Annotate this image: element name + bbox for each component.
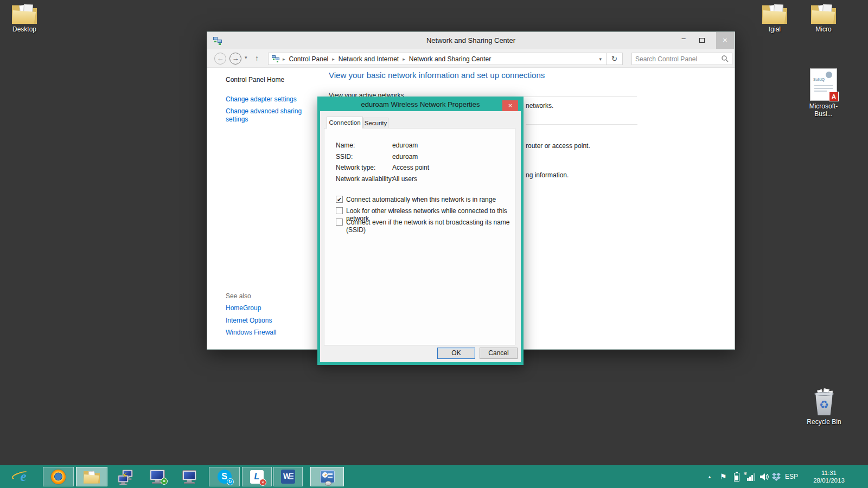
see-also-header: See also — [226, 292, 251, 300]
tab-security[interactable]: Security — [363, 118, 388, 129]
breadcrumb-network-sharing-center[interactable]: Network and Sharing Center — [409, 55, 491, 63]
taskbar-putty-icon[interactable]: ⚡ — [114, 467, 138, 486]
sidebar-item-change-adapter-settings[interactable]: Change adapter settings — [226, 95, 297, 103]
content-fragment: router or access point. — [526, 142, 590, 150]
taskbar-control-panel-icon[interactable] — [310, 467, 344, 486]
sidebar-item-internet-options[interactable]: Internet Options — [226, 317, 272, 324]
recycle-bin-icon: ♻ — [812, 388, 836, 416]
tray-show-hidden-icons[interactable]: ▴ — [704, 465, 715, 488]
network-availability-label: Network availability: — [336, 175, 393, 183]
adobe-pdf-badge-icon: A — [829, 92, 839, 101]
folder-icon — [762, 3, 787, 24]
breadcrumb-control-panel[interactable]: Control Panel — [289, 55, 329, 63]
search-box — [631, 53, 732, 65]
connection-tab-page: Name: eduroam SSID: eduroam Network type… — [324, 128, 515, 345]
taskbar-firefox-icon[interactable] — [43, 467, 74, 486]
window-title: Network and Sharing Center — [207, 36, 735, 44]
desktop-icon-label: Recycle Bin — [803, 418, 845, 426]
sidebar-item-change-advanced-sharing[interactable]: Change advanced sharing settings — [226, 107, 305, 124]
taskbar: e ⚡ » S↻ L× W ▴ ⚑ ✻ — [0, 465, 868, 488]
breadcrumb-separator-icon: ▸ — [332, 56, 335, 62]
network-type-value: Access point — [392, 164, 429, 171]
window-titlebar[interactable]: Network and Sharing Center – × — [207, 32, 735, 49]
checkbox-look-for-other-networks[interactable] — [336, 207, 343, 214]
section-divider — [526, 124, 637, 125]
taskbar-skype-icon[interactable]: S↻ — [209, 467, 240, 486]
tray-time: 11:31 — [803, 469, 855, 477]
sidebar-item-windows-firewall[interactable]: Windows Firewall — [226, 329, 276, 336]
eduroam-properties-dialog: eduroam Wireless Network Properties × Co… — [317, 97, 524, 365]
search-icon — [722, 55, 729, 62]
tray-action-center-flag-icon[interactable]: ⚑ — [717, 465, 729, 488]
checkbox-connect-hidden-ssid[interactable] — [336, 219, 343, 226]
tray-volume-icon[interactable] — [757, 465, 770, 488]
up-button[interactable]: ↑ — [255, 54, 259, 62]
content-fragment: ng information. — [526, 171, 569, 179]
address-bar[interactable]: ▸ Control Panel ▸ Network and Internet ▸… — [268, 53, 623, 65]
name-value: eduroam — [392, 142, 418, 149]
network-type-label: Network type: — [336, 164, 375, 171]
tray-dropbox-icon[interactable] — [770, 465, 782, 488]
tray-clock[interactable]: 11:31 28/01/2013 — [803, 465, 855, 488]
desktop-icon-micro[interactable]: Micro — [802, 3, 845, 33]
dialog-titlebar[interactable]: eduroam Wireless Network Properties — [320, 99, 521, 111]
desktop-icon-label: Micro — [802, 25, 845, 33]
address-dropdown-icon[interactable]: ▾ — [595, 56, 607, 62]
desktop-icon-tgial[interactable]: tgial — [754, 3, 796, 33]
folder-icon — [811, 3, 836, 24]
tab-connection[interactable]: Connection — [327, 117, 363, 129]
breadcrumb-separator-icon: ▸ — [283, 56, 285, 62]
forward-button[interactable]: → — [229, 53, 241, 65]
error-badge-icon: × — [259, 479, 266, 486]
sidebar-item-homegroup[interactable]: HomeGroup — [226, 304, 261, 312]
checkbox-label[interactable]: Connect automatically when this network … — [346, 196, 496, 203]
checkbox-label[interactable]: Connect even if the network is not broad… — [346, 219, 515, 234]
desktop-icon-pdf[interactable]: SolidQ A Microsoft-Busi... — [802, 68, 845, 118]
content-fragment: networks. — [526, 102, 553, 110]
refresh-icon[interactable]: ↻ — [607, 55, 622, 63]
taskbar-lync-icon[interactable]: L× — [242, 467, 272, 486]
tray-wifi-signal-icon[interactable]: ✻ — [744, 465, 757, 488]
folder-icon — [12, 3, 37, 24]
taskbar-internet-explorer-icon[interactable]: e — [13, 467, 34, 486]
breadcrumb-separator-icon: ▸ — [403, 56, 405, 62]
cancel-button[interactable]: Cancel — [480, 348, 518, 359]
minimize-button[interactable]: – — [675, 32, 692, 49]
sidebar-item-control-panel-home[interactable]: Control Panel Home — [226, 76, 284, 84]
desktop-icon-label: Microsoft-Busi... — [802, 102, 845, 118]
ssid-label: SSID: — [336, 153, 353, 160]
history-dropdown-icon[interactable]: ▾ — [245, 55, 247, 60]
tray-date: 28/01/2013 — [803, 477, 855, 484]
pdf-thumb-text: SolidQ — [813, 78, 825, 81]
page-title: View your basic network information and … — [329, 70, 545, 80]
lightning-icon: ⚡ — [122, 471, 128, 480]
taskbar-word-icon[interactable]: W — [273, 467, 303, 486]
taskbar-file-explorer-icon[interactable] — [76, 467, 107, 486]
name-label: Name: — [336, 142, 355, 149]
tray-language-indicator[interactable]: ESP — [782, 465, 801, 488]
tray-battery-icon[interactable] — [731, 465, 742, 488]
taskbar-remote-desktop-icon[interactable]: » — [143, 467, 171, 486]
desktop-icon-desktop[interactable]: Desktop — [3, 3, 46, 33]
ok-button[interactable]: OK — [437, 348, 475, 359]
desktop-icon-label: Desktop — [3, 25, 46, 33]
breadcrumb-network-and-internet[interactable]: Network and Internet — [339, 55, 399, 63]
maximize-button[interactable] — [693, 32, 711, 49]
desktop-icon-label: tgial — [754, 25, 796, 33]
dialog-close-button[interactable]: × — [502, 100, 518, 111]
search-input[interactable] — [635, 54, 717, 64]
checkbox-connect-automatically[interactable]: ✔ — [336, 196, 343, 203]
pdf-document-icon: SolidQ A — [810, 68, 837, 101]
ssid-value: eduroam — [392, 153, 418, 160]
taskbar-computer-icon[interactable] — [176, 467, 203, 486]
network-availability-value: All users — [392, 175, 417, 183]
desktop-icon-recycle-bin[interactable]: ♻ Recycle Bin — [803, 388, 845, 426]
back-button[interactable]: ← — [214, 53, 226, 65]
network-breadcrumb-icon — [272, 55, 280, 65]
navigation-bar: ← → ▾ ↑ ▸ Control Panel ▸ Network and In… — [207, 49, 735, 68]
close-button[interactable]: × — [716, 32, 734, 49]
